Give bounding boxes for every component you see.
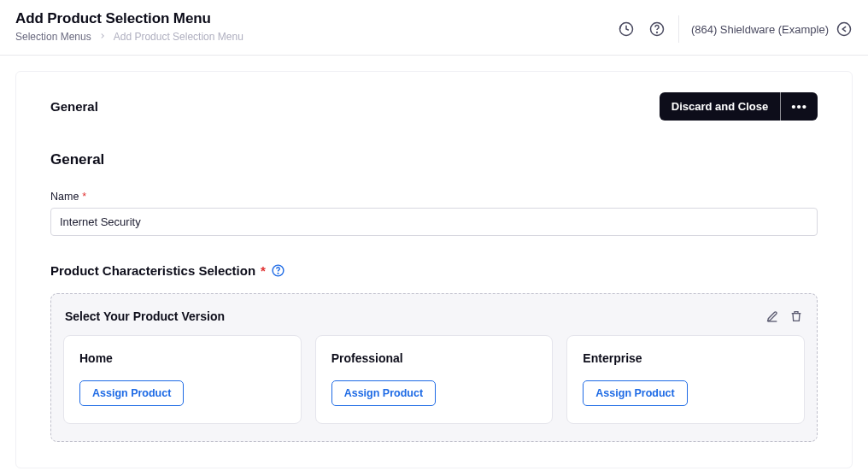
svg-point-3 [838, 23, 851, 36]
version-card-home: Home Assign Product [63, 335, 302, 424]
edit-icon[interactable] [765, 309, 779, 323]
page-header: Add Product Selection Menu Selection Men… [0, 0, 868, 56]
assign-product-button[interactable]: Assign Product [331, 380, 436, 406]
svg-point-2 [656, 32, 657, 33]
name-input[interactable] [50, 208, 818, 236]
name-label: Name * [50, 191, 818, 203]
page-title: Add Product Selection Menu [15, 10, 243, 27]
discard-and-close-button[interactable]: Discard and Close [660, 92, 781, 121]
breadcrumb: Selection Menus Add Product Selection Me… [15, 31, 243, 43]
required-indicator: * [82, 191, 86, 203]
more-actions-button[interactable]: ••• [781, 92, 818, 121]
version-cards-row: Home Assign Product Professional Assign … [63, 335, 805, 424]
required-indicator: * [261, 263, 266, 278]
header-left: Add Product Selection Menu Selection Men… [15, 10, 243, 43]
undo-icon [836, 21, 853, 38]
svg-point-5 [278, 274, 279, 274]
history-icon[interactable] [617, 20, 636, 38]
version-card-professional: Professional Assign Product [315, 335, 554, 424]
help-icon[interactable] [271, 263, 285, 278]
name-field: Name * [50, 191, 818, 236]
account-label: (864) Shieldware (Example) [691, 23, 829, 36]
assign-product-button[interactable]: Assign Product [79, 380, 184, 406]
section-heading-general: General [50, 151, 818, 168]
chevron-right-icon [98, 32, 107, 42]
card-header-row: General Discard and Close ••• [50, 92, 818, 121]
header-divider [678, 15, 679, 43]
delete-icon[interactable] [789, 309, 803, 323]
version-header-row: Select Your Product Version [63, 309, 805, 323]
version-block-title: Select Your Product Version [65, 309, 225, 323]
breadcrumb-current: Add Product Selection Menu [114, 31, 243, 43]
assign-product-button[interactable]: Assign Product [583, 380, 687, 406]
main-card: General Discard and Close ••• General Na… [15, 71, 853, 468]
version-selection-block: Select Your Product Version Home Assign … [50, 293, 818, 442]
tab-general[interactable]: General [50, 99, 98, 114]
ellipsis-icon: ••• [791, 99, 807, 114]
version-block-tools [765, 309, 803, 323]
version-card-title: Home [79, 351, 285, 365]
action-group: Discard and Close ••• [660, 92, 818, 121]
header-right: (864) Shieldware (Example) [617, 10, 853, 43]
characteristics-heading-row: Product Characteristics Selection * [50, 263, 818, 278]
account-switcher[interactable]: (864) Shieldware (Example) [691, 21, 853, 38]
characteristics-heading: Product Characteristics Selection [50, 263, 255, 278]
version-card-title: Enterprise [583, 351, 789, 365]
breadcrumb-parent-link[interactable]: Selection Menus [15, 31, 91, 43]
help-icon[interactable] [648, 20, 666, 38]
version-card-enterprise: Enterprise Assign Product [566, 335, 805, 424]
version-card-title: Professional [331, 351, 537, 365]
name-label-text: Name [50, 191, 79, 203]
